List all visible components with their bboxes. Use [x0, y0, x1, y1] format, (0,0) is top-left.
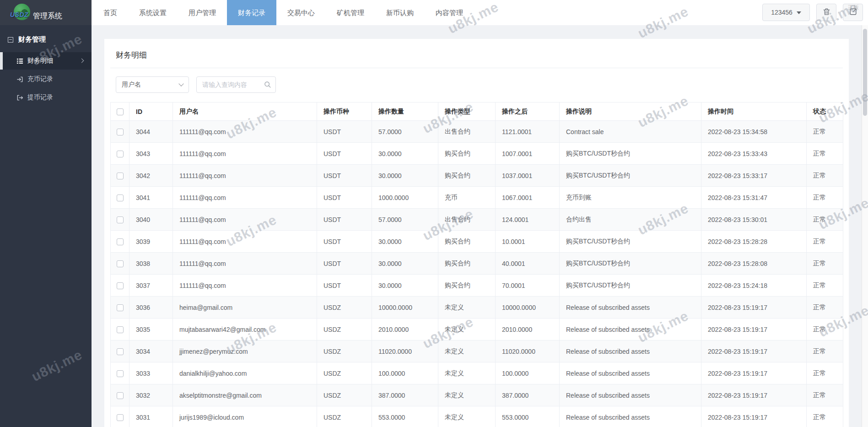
scrollbar-thumb[interactable]: [863, 29, 867, 116]
topnav-item[interactable]: 系统设置: [128, 0, 178, 25]
table-body: 3044111111@qq.comUSDT57.0000出售合约1121.000…: [111, 121, 843, 427]
select-all-checkbox[interactable]: [117, 108, 124, 115]
cell: 30.0000: [372, 143, 438, 165]
cell: jjimenez@perymuz.com: [173, 341, 317, 362]
cell: 购买合约: [438, 253, 496, 275]
cell: 购买BTC/USDT秒合约: [560, 231, 701, 253]
column-header: 操作币种: [317, 103, 372, 121]
row-checkbox[interactable]: [117, 392, 124, 399]
cell: danialkhilji@yahoo.com: [173, 362, 317, 384]
filter-field-select[interactable]: 用户名: [116, 76, 189, 93]
topnav-item[interactable]: 首页: [92, 0, 128, 25]
topnav-item[interactable]: 矿机管理: [326, 0, 375, 25]
cell: USDZ: [317, 362, 372, 384]
cell: 2022-08-23 15:19:17: [701, 319, 807, 341]
sidebar-item-1[interactable]: 财务明细: [0, 52, 92, 70]
cell: 30.0000: [372, 165, 438, 187]
scrollbar[interactable]: [862, 25, 868, 427]
brand-usdz: USDZ: [10, 11, 28, 18]
cell: 3037: [129, 275, 173, 297]
cell: USDZ: [317, 406, 372, 427]
user-dropdown-label: 123456: [771, 9, 793, 16]
finance-table: ID用户名操作币种操作数量操作类型操作之后操作说明操作时间状态 30441111…: [110, 102, 843, 427]
cell: akselptitmonstre@gmail.com: [173, 384, 317, 406]
search-box: [196, 76, 276, 93]
cell: 111111@qq.com: [173, 121, 317, 143]
topnav-item[interactable]: 交易中心: [276, 0, 326, 25]
cell: 2022-08-23 15:19:17: [701, 297, 807, 319]
cell: 充币到账: [560, 187, 701, 209]
cell: 未定义: [438, 297, 496, 319]
row-checkbox[interactable]: [117, 348, 124, 355]
column-header: ID: [129, 103, 173, 121]
cell: 2022-08-23 15:28:28: [701, 231, 807, 253]
cell: 2022-08-23 15:19:17: [701, 384, 807, 406]
cell: 购买BTC/USDT秒合约: [560, 165, 701, 187]
row-checkbox[interactable]: [117, 282, 124, 289]
sign-in-icon: [16, 76, 23, 83]
cell: 3034: [129, 341, 173, 362]
column-header: 操作类型: [438, 103, 496, 121]
cell: 正常: [807, 406, 843, 427]
column-header: 操作时间: [701, 103, 807, 121]
user-dropdown-button[interactable]: 123456: [762, 4, 810, 21]
cell: 购买BTC/USDT秒合约: [560, 275, 701, 297]
row-checkbox[interactable]: [117, 304, 124, 311]
row-checkbox[interactable]: [117, 173, 124, 179]
row-checkbox[interactable]: [117, 151, 124, 157]
row-select-cell: [111, 341, 129, 362]
table-row: 3040111111@qq.comUSDT57.0000出售合约124.0001…: [111, 209, 843, 231]
cell: 2022-08-23 15:33:43: [701, 143, 807, 165]
topnav: USDZ 管理系统 首页系统设置用户管理财务记录交易中心矿机管理新币认购内容管理…: [0, 0, 868, 25]
table-row: 3044111111@qq.comUSDT57.0000出售合约1121.000…: [111, 121, 843, 143]
sidebar-item-2[interactable]: 充币记录: [0, 70, 92, 88]
row-checkbox[interactable]: [117, 195, 124, 201]
row-checkbox[interactable]: [117, 216, 124, 223]
row-checkbox[interactable]: [117, 260, 124, 267]
filter-row: 用户名: [116, 76, 837, 93]
cell: 11020.0000: [372, 341, 438, 362]
cell: 1121.0001: [496, 121, 560, 143]
cell: 正常: [807, 341, 843, 362]
cell: 3044: [129, 121, 173, 143]
cell: 未定义: [438, 384, 496, 406]
table-row: 3042111111@qq.comUSDT30.0000购买合约1037.000…: [111, 165, 843, 187]
sidebar-item-label: 财务明细: [27, 57, 53, 65]
sidebar-item-3[interactable]: 提币记录: [0, 89, 92, 106]
trash-icon: [822, 7, 831, 17]
topnav-item[interactable]: 用户管理: [178, 0, 227, 25]
topnav-item[interactable]: 财务记录: [227, 0, 276, 25]
cell: 合约出售: [560, 209, 701, 231]
cell: 111111@qq.com: [173, 275, 317, 297]
cell: 未定义: [438, 362, 496, 384]
cell: USDT: [317, 231, 372, 253]
cell: 2022-08-23 15:30:01: [701, 209, 807, 231]
cell: 70.0001: [496, 275, 560, 297]
cell: 购买合约: [438, 275, 496, 297]
cell: 10000.0000: [496, 297, 560, 319]
cell: 3041: [129, 187, 173, 209]
cell: USDT: [317, 143, 372, 165]
row-checkbox[interactable]: [117, 414, 124, 421]
table-row: 3043111111@qq.comUSDT30.0000购买合约1007.000…: [111, 143, 843, 165]
cell: Release of subscribed assets: [560, 384, 701, 406]
row-checkbox[interactable]: [117, 129, 124, 135]
row-checkbox[interactable]: [117, 326, 124, 333]
row-checkbox[interactable]: [117, 238, 124, 245]
search-input[interactable]: [196, 76, 276, 93]
caret-down-icon: [797, 11, 801, 16]
topnav-item[interactable]: 内容管理: [425, 0, 474, 25]
topnav-item[interactable]: 新币认购: [375, 0, 425, 25]
trash-button[interactable]: [816, 4, 836, 21]
sidebar-group-title[interactable]: 财务管理: [0, 25, 92, 52]
row-checkbox[interactable]: [117, 370, 124, 377]
cell: 3035: [129, 319, 173, 341]
cell: jurijs1989@icloud.com: [173, 406, 317, 427]
cell: 11020.0000: [496, 341, 560, 362]
row-select-cell: [111, 297, 129, 319]
brand-app-name: 管理系统: [33, 11, 62, 21]
cell: 2022-08-23 15:34:58: [701, 121, 807, 143]
cell: 3032: [129, 384, 173, 406]
cell: Release of subscribed assets: [560, 406, 701, 427]
cell: 1067.0001: [496, 187, 560, 209]
